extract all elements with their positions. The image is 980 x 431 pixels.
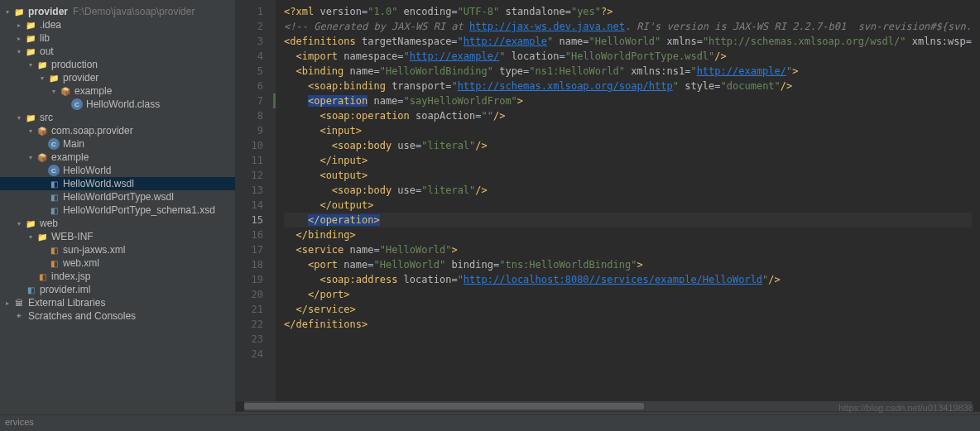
code-line[interactable]: <soap:body use="literal"/>: [284, 183, 972, 198]
code-line[interactable]: [284, 332, 972, 347]
watermark: https://blog.csdn.net/u013419838: [838, 403, 973, 413]
file-schema-xsd[interactable]: ◧HelloWorldPortType_schema1.xsd: [0, 204, 235, 217]
code-line[interactable]: <service name="HelloWorld">: [284, 242, 972, 257]
line-gutter[interactable]: 123456789101112131415161718192021222324: [236, 0, 273, 401]
pkg-com-soap-provider[interactable]: ▾📦com.soap.provider: [0, 124, 235, 137]
line-number[interactable]: 5: [239, 64, 263, 79]
line-number[interactable]: 24: [239, 347, 263, 362]
tree-label: HelloWorldPortType.wsdl: [63, 191, 174, 203]
line-number[interactable]: 15: [239, 213, 263, 227]
line-number[interactable]: 22: [239, 317, 263, 332]
code-line[interactable]: <!-- Generated by JAX-WS RI at http://ja…: [284, 19, 972, 34]
line-number[interactable]: 18: [239, 257, 263, 272]
line-number[interactable]: 11: [239, 153, 263, 168]
code-line[interactable]: </definitions>: [284, 317, 972, 332]
line-number[interactable]: 19: [239, 272, 263, 287]
line-number[interactable]: 13: [239, 183, 263, 198]
line-number[interactable]: 14: [239, 198, 263, 213]
expand-arrow[interactable]: ▸: [15, 35, 23, 42]
file-porttype-wsdl[interactable]: ◧HelloWorldPortType.wsdl: [0, 190, 235, 204]
expand-arrow[interactable]: ▾: [26, 233, 35, 241]
expand-arrow[interactable]: ▾: [15, 114, 23, 122]
code-line[interactable]: <soap:operation soapAction=""/>: [284, 108, 972, 123]
expand-arrow[interactable]: ▾: [26, 154, 35, 161]
expand-arrow[interactable]: ▾: [38, 74, 46, 82]
pkg-example[interactable]: ▾📦example: [0, 84, 235, 98]
code-line[interactable]: <definitions targetNamespace="http://exa…: [284, 34, 972, 49]
line-number[interactable]: 17: [239, 242, 263, 257]
tree-label: HelloWorld.class: [86, 98, 160, 110]
code-line[interactable]: </input>: [284, 153, 972, 168]
line-number[interactable]: 10: [239, 138, 263, 153]
code-line[interactable]: </port>: [284, 287, 972, 302]
project-tree[interactable]: ▾📁providerF:\Demo\java\soap\provider▸📁.i…: [0, 0, 236, 431]
file-index-jsp[interactable]: ◧index.jsp: [0, 270, 235, 283]
pkg-example-src[interactable]: ▾📦example: [0, 151, 235, 164]
folder-idea[interactable]: ▸📁.idea: [0, 18, 235, 31]
code-line[interactable]: <soap:body use="literal"/>: [284, 138, 972, 153]
expand-arrow[interactable]: ▾: [15, 48, 23, 55]
scroll-thumb[interactable]: [244, 403, 644, 409]
code-line[interactable]: </output>: [284, 198, 972, 213]
code-line[interactable]: <output>: [284, 168, 972, 183]
line-number[interactable]: 1: [239, 4, 263, 19]
line-number[interactable]: 3: [239, 34, 263, 49]
line-number[interactable]: 6: [239, 79, 263, 93]
expand-arrow[interactable]: ▾: [15, 220, 23, 227]
folder-provider[interactable]: ▾📁provider: [0, 71, 235, 84]
code-line[interactable]: <import namespace="http://example/" loca…: [284, 49, 972, 64]
folder-lib[interactable]: ▸📁lib: [0, 31, 235, 45]
code-line[interactable]: <port name="HelloWorld" binding="tns:Hel…: [284, 257, 972, 272]
code-line[interactable]: <soap:address location="http://localhost…: [284, 272, 972, 287]
project-root[interactable]: ▾📁providerF:\Demo\java\soap\provider: [0, 5, 235, 18]
expand-arrow[interactable]: ▾: [26, 61, 35, 69]
line-number[interactable]: 23: [239, 332, 263, 347]
class-helloworld[interactable]: CHelloWorld: [0, 164, 235, 177]
tree-label: HelloWorld: [63, 165, 111, 176]
file-sun-jaxws[interactable]: ◧sun-jaxws.xml: [0, 243, 235, 256]
file-web-xml[interactable]: ◧web.xml: [0, 256, 235, 270]
line-number[interactable]: 9: [239, 123, 263, 138]
line-number[interactable]: 2: [239, 19, 263, 34]
file-helloworld-class[interactable]: CHelloWorld.class: [0, 98, 235, 111]
expand-arrow[interactable]: ▾: [50, 88, 58, 95]
code-line[interactable]: </service>: [284, 302, 972, 317]
folder-src[interactable]: ▾📁src: [0, 111, 235, 124]
code-line[interactable]: </binding>: [284, 227, 972, 242]
code-line[interactable]: [284, 347, 972, 362]
code-line[interactable]: <binding name="HelloWorldBinding" type="…: [284, 64, 972, 79]
folder-production[interactable]: ▾📁production: [0, 58, 235, 71]
line-number[interactable]: 8: [239, 108, 263, 123]
folder-webinf[interactable]: ▾📁WEB-INF: [0, 230, 235, 243]
tree-path: F:\Demo\java\soap\provider: [73, 6, 195, 17]
xml-f-icon: ◧: [48, 257, 60, 269]
folder-out[interactable]: ▾📁out: [0, 45, 235, 58]
line-number[interactable]: 12: [239, 168, 263, 183]
line-number[interactable]: 16: [239, 227, 263, 242]
line-number[interactable]: 20: [239, 287, 263, 302]
expand-arrow[interactable]: ▸: [3, 299, 12, 307]
expand-arrow[interactable]: ▾: [3, 8, 12, 16]
code-line[interactable]: <?xml version="1.0" encoding="UTF-8" sta…: [284, 4, 972, 19]
cls-icon: C: [71, 98, 83, 110]
class-main[interactable]: CMain: [0, 137, 235, 151]
file-provider-iml[interactable]: ◧provider.iml: [0, 283, 235, 296]
line-number[interactable]: 7: [239, 93, 263, 108]
scratches[interactable]: ⌖Scratches and Consoles: [0, 309, 235, 323]
expand-arrow[interactable]: ▾: [26, 127, 35, 135]
code-view[interactable]: <?xml version="1.0" encoding="UTF-8" sta…: [276, 0, 980, 401]
folder-web[interactable]: ▾📁web: [0, 217, 235, 230]
code-line[interactable]: <input>: [284, 123, 972, 138]
pkg-icon: 📦: [60, 85, 71, 97]
file-helloworld-wsdl[interactable]: ◧HelloWorld.wsdl: [0, 177, 235, 190]
line-number[interactable]: 21: [239, 302, 263, 317]
code-line[interactable]: <soap:binding transport="http://schemas.…: [284, 79, 972, 93]
tree-label: External Libraries: [28, 297, 105, 309]
wsdl-icon: ◧: [48, 191, 60, 203]
dir-icon: 🏛: [13, 297, 25, 309]
code-line[interactable]: </operation>: [284, 213, 972, 227]
line-number[interactable]: 4: [239, 49, 263, 64]
expand-arrow[interactable]: ▸: [15, 22, 23, 29]
external-libraries[interactable]: ▸🏛External Libraries: [0, 296, 235, 309]
code-line[interactable]: <operation name="sayHelloWorldFrom">: [284, 93, 972, 108]
